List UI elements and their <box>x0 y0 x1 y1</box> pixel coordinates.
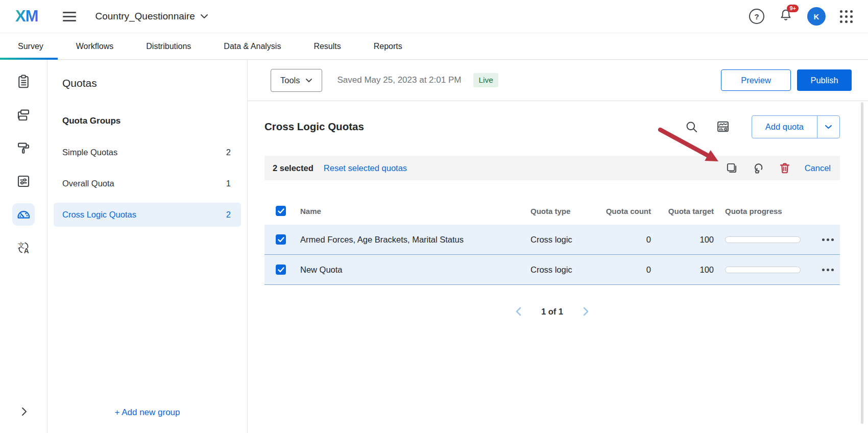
rail-expand-button[interactable] <box>0 406 47 417</box>
group-label: Simple Quotas <box>62 148 117 157</box>
column-header-name: Name <box>300 207 531 215</box>
quota-target: 100 <box>651 235 714 245</box>
pagination: 1 of 1 <box>264 306 840 317</box>
quotas-content: Cross Logic Quotas <box>248 101 868 317</box>
chevron-left-icon <box>515 306 522 317</box>
checkmark-icon <box>278 237 284 243</box>
survey-name-dropdown[interactable]: Country_Questionnaire <box>95 11 208 22</box>
avatar[interactable]: K <box>807 7 826 26</box>
xm-logo: XM <box>15 7 38 26</box>
quota-groups-panel: Quotas Quota Groups Simple Quotas 2 Over… <box>47 60 248 433</box>
row-checkbox[interactable] <box>276 234 286 245</box>
checkmark-icon <box>278 208 284 214</box>
add-new-group-button[interactable]: + Add new group <box>47 407 247 418</box>
previous-page-button[interactable] <box>515 306 522 317</box>
notifications-button[interactable]: 9+ <box>779 8 793 25</box>
column-header-quota-type: Quota type <box>531 207 604 215</box>
add-quota-button[interactable]: Add quota <box>752 116 817 138</box>
clipboard-list-icon <box>16 74 31 89</box>
chevron-down-icon <box>825 125 832 129</box>
hamburger-menu-icon[interactable] <box>63 12 76 21</box>
next-page-button[interactable] <box>583 306 589 317</box>
rail-quotas[interactable] <box>12 203 35 226</box>
survey-flow-blocks-icon <box>16 107 31 123</box>
chevron-right-icon <box>20 406 28 417</box>
quota-target: 100 <box>651 265 714 275</box>
delete-trash-icon <box>778 161 791 175</box>
left-icon-rail: 文 A <box>0 60 47 433</box>
sliders-icon <box>16 174 31 189</box>
cancel-selection-link[interactable]: Cancel <box>805 163 831 173</box>
row-checkbox[interactable] <box>276 264 286 275</box>
main-nav: Survey Workflows Distributions Data & An… <box>0 33 868 60</box>
page-indicator: 1 of 1 <box>541 307 563 317</box>
quota-progress-bar <box>725 267 801 273</box>
row-options-menu-icon[interactable] <box>809 238 840 241</box>
quota-type: Cross logic <box>531 265 604 275</box>
tab-results[interactable]: Results <box>314 42 341 51</box>
row-options-menu-icon[interactable] <box>809 269 840 271</box>
table-row[interactable]: New Quota Cross logic 0 100 <box>264 255 840 285</box>
publish-button[interactable]: Publish <box>797 69 852 91</box>
group-count: 2 <box>226 210 231 220</box>
preview-button[interactable]: Preview <box>721 69 791 91</box>
quota-count: 0 <box>604 235 651 245</box>
toolbar-actions: Preview Publish <box>721 69 852 91</box>
group-item-overall-quota[interactable]: Overall Quota 1 <box>54 172 241 196</box>
survey-toolbar: Tools Saved May 25, 2023 at 2:01 PM Live… <box>248 60 868 101</box>
export-reset-icon <box>752 161 765 175</box>
tools-button[interactable]: Tools <box>271 69 322 92</box>
rail-survey-builder[interactable] <box>12 70 35 93</box>
group-item-cross-logic-quotas[interactable]: Cross Logic Quotas 2 <box>54 203 241 227</box>
apps-grid-icon[interactable] <box>840 10 853 23</box>
tab-reports[interactable]: Reports <box>374 42 402 51</box>
quota-name: Armed Forces, Age Brackets, Marital Stat… <box>300 235 531 245</box>
tab-survey[interactable]: Survey <box>18 42 43 51</box>
notification-badge: 9+ <box>787 5 799 12</box>
add-quota-split-button: Add quota <box>752 115 840 138</box>
search-icon <box>685 120 698 134</box>
group-item-simple-quotas[interactable]: Simple Quotas 2 <box>54 140 241 164</box>
column-header-quota-progress: Quota progress <box>714 207 809 215</box>
rail-look-and-feel[interactable] <box>12 137 35 159</box>
quota-progress-bar <box>725 236 801 243</box>
export-quotas-button[interactable] <box>752 161 765 175</box>
search-button[interactable] <box>685 120 698 134</box>
svg-text:A: A <box>24 247 29 255</box>
tab-distributions[interactable]: Distributions <box>146 42 191 51</box>
vertical-scrollbar[interactable] <box>861 102 863 424</box>
checkmark-icon <box>278 267 284 273</box>
tab-workflows[interactable]: Workflows <box>76 42 114 51</box>
chart-report-icon <box>716 119 730 134</box>
copy-quotas-button[interactable] <box>725 161 738 175</box>
top-bar: XM Country_Questionnaire ? 9+ K <box>0 0 868 33</box>
panel-title: Quotas <box>62 77 247 89</box>
top-bar-actions: ? 9+ K <box>749 7 853 26</box>
selected-count-text: 2 selected <box>273 163 314 173</box>
content-header: Cross Logic Quotas <box>264 115 840 138</box>
group-label: Cross Logic Quotas <box>62 210 136 220</box>
chevron-right-icon <box>583 306 589 317</box>
table-header-row: Name Quota type Quota count Quota target… <box>264 197 840 225</box>
select-all-checkbox[interactable] <box>276 206 286 216</box>
rail-survey-flow[interactable] <box>12 104 35 126</box>
reset-selected-link[interactable]: Reset selected quotas <box>324 163 407 173</box>
table-row[interactable]: Armed Forces, Age Brackets, Marital Stat… <box>264 225 840 255</box>
quotas-table: Name Quota type Quota count Quota target… <box>264 197 840 285</box>
delete-quotas-button[interactable] <box>778 161 791 175</box>
add-quota-dropdown-button[interactable] <box>817 116 839 138</box>
quota-report-button[interactable] <box>716 119 730 134</box>
selection-actions: Cancel <box>725 161 831 175</box>
page-title: Cross Logic Quotas <box>264 121 364 133</box>
chevron-down-icon <box>305 78 312 83</box>
rail-survey-options[interactable] <box>12 170 35 193</box>
copy-icon <box>725 161 738 175</box>
quota-groups-heading: Quota Groups <box>62 116 247 126</box>
help-icon[interactable]: ? <box>749 9 764 24</box>
translations-icon: 文 A <box>16 240 31 255</box>
rail-translations[interactable]: 文 A <box>12 236 35 259</box>
quota-name: New Quota <box>300 265 531 275</box>
column-header-quota-target: Quota target <box>651 207 714 215</box>
tab-data-analysis[interactable]: Data & Analysis <box>224 42 281 51</box>
group-count: 1 <box>226 179 231 188</box>
